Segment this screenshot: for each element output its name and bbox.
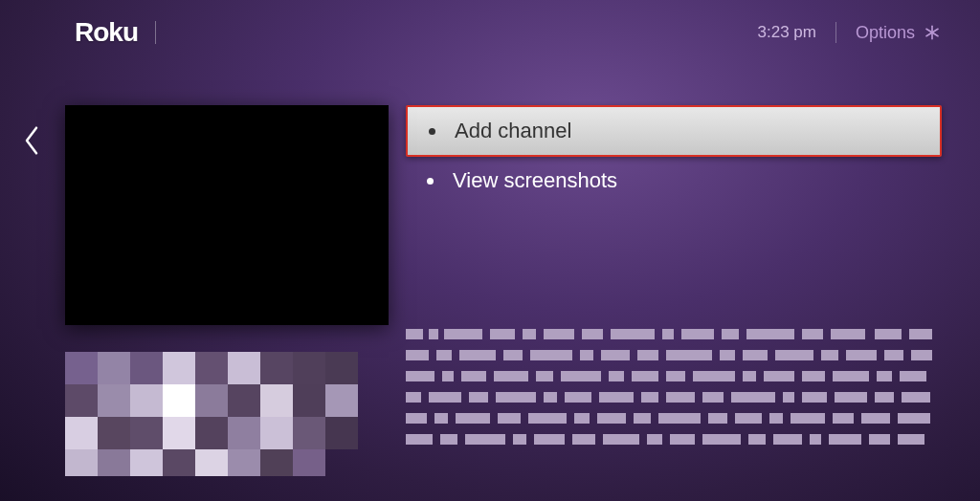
svg-rect-80 [743,371,756,381]
svg-rect-127 [702,434,741,445]
svg-rect-32 [130,449,163,476]
svg-rect-65 [775,350,813,360]
svg-rect-130 [810,434,821,445]
svg-rect-61 [637,350,658,360]
svg-rect-15 [163,384,195,417]
svg-rect-83 [833,371,869,381]
menu-item-label: Add channel [455,119,571,143]
svg-rect-17 [228,384,260,417]
svg-rect-42 [523,329,536,339]
svg-rect-54 [406,350,429,360]
svg-rect-100 [875,392,894,403]
svg-rect-68 [884,350,903,360]
svg-rect-69 [911,350,932,360]
svg-rect-5 [130,352,163,384]
svg-rect-79 [693,371,735,381]
svg-rect-16 [195,384,228,417]
svg-rect-87 [429,392,461,403]
back-arrow[interactable] [19,124,44,484]
svg-rect-123 [572,434,595,445]
svg-rect-124 [603,434,639,445]
svg-rect-128 [748,434,766,445]
pixelated-description [406,321,942,484]
svg-rect-129 [773,434,802,445]
svg-rect-37 [293,449,325,476]
svg-rect-18 [260,384,293,417]
options-button[interactable]: Options [856,23,942,43]
svg-rect-46 [662,329,674,339]
svg-rect-93 [641,392,658,403]
svg-rect-34 [195,449,228,476]
svg-rect-27 [260,417,293,449]
svg-rect-44 [582,329,603,339]
svg-rect-85 [900,371,926,381]
svg-rect-55 [436,350,452,360]
svg-rect-29 [325,417,358,449]
svg-rect-10 [293,352,325,384]
svg-rect-12 [65,384,98,417]
svg-rect-77 [632,371,658,381]
svg-rect-11 [325,352,358,384]
svg-rect-36 [260,449,293,476]
svg-rect-28 [293,417,325,449]
right-column: Add channel View screenshots [406,105,942,484]
svg-rect-50 [802,329,823,339]
svg-rect-118 [406,434,433,445]
asterisk-icon [923,23,942,42]
svg-rect-94 [666,392,695,403]
svg-rect-82 [802,371,825,381]
menu-item-view-screenshots[interactable]: View screenshots [406,157,942,205]
svg-rect-72 [461,371,486,381]
menu-item-label: View screenshots [453,168,617,193]
clock-time: 3:23 pm [758,23,816,42]
svg-rect-90 [544,392,557,403]
svg-rect-52 [875,329,902,339]
svg-rect-40 [444,329,482,339]
svg-rect-104 [456,413,490,424]
svg-rect-39 [429,329,438,339]
svg-rect-116 [861,413,890,424]
svg-rect-99 [835,392,867,403]
pixelated-info-left [65,333,389,462]
svg-rect-133 [898,434,924,445]
svg-rect-63 [720,350,735,360]
svg-rect-112 [735,413,762,424]
menu-item-add-channel[interactable]: Add channel [406,105,942,157]
svg-rect-115 [833,413,854,424]
header-bar: Roku 3:23 pm Options [0,0,980,57]
svg-rect-58 [530,350,572,360]
svg-rect-105 [498,413,521,424]
logo-divider [155,21,156,44]
svg-rect-102 [406,413,427,424]
svg-rect-119 [440,434,457,445]
svg-rect-122 [534,434,565,445]
svg-rect-24 [163,417,195,449]
svg-rect-107 [574,413,590,424]
svg-rect-8 [228,352,260,384]
svg-rect-84 [877,371,892,381]
svg-rect-43 [544,329,574,339]
svg-rect-38 [406,329,423,339]
svg-rect-73 [494,371,528,381]
svg-rect-64 [743,350,768,360]
svg-rect-26 [228,417,260,449]
svg-rect-22 [98,417,130,449]
bullet-icon [429,128,435,135]
svg-rect-121 [513,434,526,445]
svg-rect-131 [829,434,861,445]
svg-rect-110 [658,413,701,424]
svg-rect-98 [802,392,827,403]
header-divider [835,22,836,43]
svg-rect-4 [98,352,130,384]
svg-rect-126 [670,434,695,445]
svg-rect-91 [565,392,591,403]
svg-rect-120 [465,434,505,445]
svg-rect-7 [195,352,228,384]
svg-rect-106 [528,413,567,424]
svg-rect-9 [260,352,293,384]
bullet-icon [427,178,434,185]
svg-rect-33 [163,449,195,476]
svg-rect-35 [228,449,260,476]
svg-rect-3 [65,352,98,384]
svg-rect-92 [599,392,634,403]
